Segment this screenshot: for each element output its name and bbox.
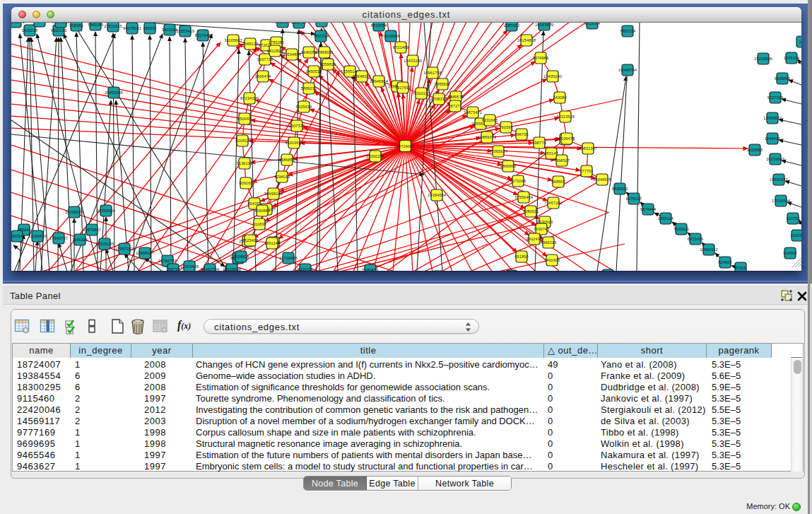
svg-text:7632621: 7632621: [673, 227, 690, 231]
svg-text:116753: 116753: [787, 216, 800, 221]
svg-text:9329966: 9329966: [775, 76, 791, 81]
svg-text:16053809: 16053809: [535, 23, 553, 27]
svg-text:7109477: 7109477: [559, 136, 575, 141]
svg-text:9474444: 9474444: [640, 207, 657, 211]
svg-text:17016504: 17016504: [772, 199, 791, 203]
svg-text:2935114: 2935114: [658, 216, 674, 221]
svg-text:20206576: 20206576: [65, 210, 83, 214]
svg-text:687277: 687277: [448, 104, 461, 108]
svg-text:29946804: 29946804: [370, 79, 389, 83]
svg-text:6479197: 6479197: [626, 197, 642, 201]
svg-text:19384554: 19384554: [428, 193, 447, 197]
svg-text:8813054: 8813054: [371, 23, 387, 28]
svg-text:16961758: 16961758: [423, 71, 442, 75]
svg-text:37556464: 37556464: [514, 195, 534, 199]
svg-text:51462704: 51462704: [201, 267, 220, 271]
svg-text:5869232: 5869232: [301, 86, 317, 90]
svg-text:9301031: 9301031: [298, 267, 314, 271]
svg-text:4966319: 4966319: [541, 240, 557, 245]
svg-text:87234309: 87234309: [240, 96, 259, 100]
svg-text:9136193: 9136193: [237, 161, 253, 165]
svg-text:1226916: 1226916: [32, 23, 48, 23]
svg-text:17359924: 17359924: [97, 209, 116, 213]
svg-text:102034: 102034: [790, 233, 801, 238]
svg-text:8813054: 8813054: [584, 23, 601, 25]
svg-text:19218906: 19218906: [754, 57, 772, 61]
svg-text:651850: 651850: [514, 255, 528, 259]
svg-text:2528809: 2528809: [233, 255, 249, 259]
svg-text:31165667: 31165667: [224, 38, 242, 42]
svg-text:1145194: 1145194: [72, 238, 88, 242]
svg-text:7193745: 7193745: [534, 227, 550, 231]
svg-text:16782759: 16782759: [158, 259, 177, 263]
svg-text:924562: 924562: [718, 260, 731, 264]
svg-text:377701: 377701: [579, 169, 593, 173]
svg-text:39154: 39154: [11, 234, 23, 238]
svg-text:76320163: 76320163: [412, 91, 430, 95]
svg-text:65648236: 65648236: [353, 74, 371, 78]
svg-text:1640052: 1640052: [301, 50, 317, 54]
svg-text:924502: 924502: [783, 251, 796, 255]
svg-text:16210643: 16210643: [766, 157, 784, 161]
svg-text:7857234: 7857234: [313, 34, 329, 38]
svg-text:7080531: 7080531: [523, 209, 539, 214]
svg-text:20953346: 20953346: [105, 90, 123, 95]
svg-text:5030564: 5030564: [275, 23, 291, 24]
svg-text:11716485: 11716485: [279, 256, 297, 260]
svg-text:12923448: 12923448: [180, 264, 199, 269]
svg-text:13435240: 13435240: [543, 74, 562, 78]
svg-text:93534874: 93534874: [283, 52, 302, 57]
svg-text:7857234: 7857234: [620, 29, 636, 33]
svg-text:0433218: 0433218: [22, 28, 38, 33]
svg-text:44313518: 44313518: [556, 115, 575, 119]
svg-text:453147: 453147: [544, 151, 558, 156]
svg-text:96532871: 96532871: [11, 23, 25, 24]
svg-text:4060883: 4060883: [254, 209, 271, 213]
svg-text:2606474: 2606474: [255, 74, 271, 78]
svg-text:909169: 909169: [239, 181, 252, 185]
svg-text:13433200: 13433200: [404, 59, 422, 63]
svg-text:17942737: 17942737: [49, 236, 68, 240]
svg-text:19218906: 19218906: [382, 34, 400, 38]
svg-text:3953767: 3953767: [291, 23, 307, 25]
svg-text:8059826: 8059826: [320, 62, 336, 66]
svg-text:10958107: 10958107: [136, 251, 154, 255]
svg-text:8708317: 8708317: [431, 97, 447, 101]
svg-text:1691144: 1691144: [264, 241, 281, 245]
svg-text:7996507: 7996507: [554, 158, 570, 163]
svg-text:2411824: 2411824: [267, 49, 283, 53]
svg-text:15692971: 15692971: [770, 177, 788, 182]
svg-text:9227349: 9227349: [767, 95, 784, 100]
svg-text:7940265: 7940265: [88, 23, 104, 27]
svg-text:34873471: 34873471: [464, 110, 482, 115]
svg-text:13315098: 13315098: [223, 267, 241, 271]
svg-text:97848018: 97848018: [52, 23, 70, 24]
svg-text:760366: 760366: [499, 125, 512, 129]
svg-text:23511615: 23511615: [104, 24, 122, 28]
svg-text:18300295: 18300295: [366, 154, 384, 158]
svg-text:911838: 911838: [253, 222, 266, 226]
svg-text:8471636: 8471636: [688, 237, 704, 241]
svg-text:908386: 908386: [69, 23, 83, 28]
svg-text:8327648: 8327648: [195, 33, 211, 37]
svg-text:299737: 299737: [166, 267, 180, 271]
svg-text:1244415: 1244415: [765, 136, 781, 141]
svg-text:80831367: 80831367: [579, 146, 597, 151]
svg-text:1607337: 1607337: [289, 124, 305, 128]
svg-text:17957223: 17957223: [115, 247, 134, 251]
svg-text:8721489: 8721489: [393, 45, 409, 49]
svg-text:7625402: 7625402: [242, 238, 259, 243]
svg-text:4294019: 4294019: [274, 175, 290, 179]
svg-text:7889579: 7889579: [448, 95, 464, 99]
svg-text:7917693: 7917693: [395, 86, 411, 90]
svg-text:36349578: 36349578: [593, 177, 611, 182]
svg-text:8938923: 8938923: [612, 187, 628, 191]
svg-text:3215955: 3215955: [747, 148, 763, 152]
svg-text:43303654: 43303654: [285, 141, 304, 145]
svg-text:10975867: 10975867: [83, 228, 101, 232]
svg-text:096705: 096705: [514, 132, 528, 136]
svg-text:94078161: 94078161: [123, 26, 141, 30]
svg-text:1575104: 1575104: [784, 56, 800, 60]
svg-text:498776: 498776: [532, 141, 546, 145]
svg-text:495931: 495931: [143, 26, 156, 30]
